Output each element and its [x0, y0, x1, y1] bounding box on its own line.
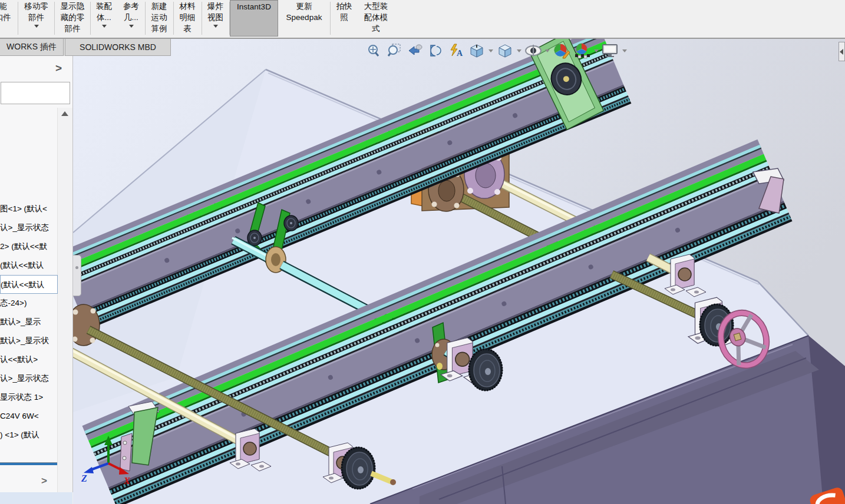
feature-tree: 图<1> (默认< 认>_显示状态 2> (默认<<默 (默认<<默认 (默认<…: [0, 200, 58, 445]
dynamic-annotation-views-icon[interactable]: A: [447, 41, 466, 60]
tab-solidworks-mbd[interactable]: SOLIDWORKS MBD: [65, 39, 171, 56]
button-label: 明细: [180, 12, 196, 23]
display-style-caret[interactable]: [517, 49, 521, 52]
tree-item[interactable]: (默认<<默认: [0, 256, 58, 275]
tree-item[interactable]: 认>_显示状态: [0, 218, 58, 237]
triad-z-label: Z: [81, 473, 87, 483]
zoom-to-area-icon[interactable]: [385, 41, 404, 60]
toolbar-button-update-speedpak[interactable]: 更新 Speedpak: [279, 0, 329, 37]
button-label: 新建: [151, 1, 167, 12]
button-label: 部件: [65, 23, 81, 34]
tree-item[interactable]: 态-24>): [0, 294, 58, 313]
commandmanager-tab-bar: WORKS 插件 SOLIDWORKS MBD: [0, 39, 171, 56]
zoom-to-fit-icon[interactable]: [364, 41, 383, 60]
toolbar-button-show-hidden-components[interactable]: 显示隐 藏的零 部件: [55, 0, 90, 37]
feature-manager-panel: > 图<1> (默认< 认>_显示状态 2> (默认<<默 (默认<<默认 (默…: [0, 56, 73, 492]
tab-label: SOLIDWORKS MBD: [80, 42, 156, 52]
tab-solidworks-addins[interactable]: WORKS 插件: [0, 39, 64, 56]
panel-bottom-strip: [0, 492, 72, 504]
tab-label: WORKS 插件: [6, 42, 57, 52]
collapse-arrow-icon: [840, 49, 843, 55]
apply-scene-icon[interactable]: [573, 41, 592, 60]
button-label: 材料: [180, 1, 196, 12]
button-label: 大型装: [364, 1, 388, 12]
button-label: 配体模: [364, 12, 388, 23]
toolbar-button-large-assembly-mode[interactable]: 大型装 配体模 式: [358, 0, 394, 37]
button-label: 几...: [124, 12, 138, 23]
toolbar-separator: [330, 2, 331, 35]
tree-item[interactable]: 显示状态 1>: [0, 388, 58, 407]
section-view-icon[interactable]: [426, 41, 445, 60]
view-settings-icon[interactable]: [601, 41, 620, 60]
tree-item[interactable]: 认<<默认>: [0, 350, 58, 369]
button-label: 能: [0, 1, 7, 12]
toolbar-button-new-motion-study[interactable]: 新建 运动 算例: [146, 0, 173, 37]
task-pane-collapse-button[interactable]: [839, 42, 845, 61]
button-label: 更新: [296, 1, 312, 12]
dropdown-caret[interactable]: [102, 25, 107, 28]
command-toolbar: 能 扣件 移动零 部件 显示隐 藏的零 部件 装配 体... 参考 几... 新…: [0, 0, 845, 39]
tree-filter-box[interactable]: [1, 82, 70, 104]
panel-splitter-handle[interactable]: [73, 255, 81, 296]
button-label: 部件: [28, 12, 44, 23]
hide-show-items-icon[interactable]: [524, 41, 543, 60]
tree-item[interactable]: 2> (默认<<默: [0, 237, 58, 256]
dropdown-caret[interactable]: [129, 25, 134, 28]
tree-scrollbar[interactable]: [57, 108, 72, 504]
dropdown-caret[interactable]: [213, 25, 218, 28]
tree-item[interactable]: 认>_显示状态: [0, 369, 58, 388]
svg-text:A: A: [457, 49, 463, 58]
tree-item[interactable]: C24V 6W<: [0, 407, 58, 426]
graphics-viewport[interactable]: X Z: [73, 39, 845, 504]
button-label: 扣件: [0, 12, 11, 23]
button-label: 算例: [151, 23, 167, 34]
toolbar-button-instant3d[interactable]: Instant3D: [230, 0, 278, 37]
tree-item[interactable]: 默认>_显示状: [0, 331, 58, 350]
handwheel-pulley: [699, 304, 734, 346]
idler-pulley-lower: [247, 230, 262, 246]
idler-pulley-upper: [284, 215, 298, 231]
dropdown-caret[interactable]: [34, 25, 39, 28]
tree-item[interactable]: 默认>_显示: [0, 313, 58, 331]
view-settings-caret[interactable]: [622, 49, 627, 52]
triad-x-label: X: [123, 476, 130, 486]
panel-bottom-chevron[interactable]: >: [41, 475, 47, 487]
scroll-up-arrow[interactable]: [61, 111, 68, 116]
toolbar-button-reference-geometry[interactable]: 参考 几...: [118, 0, 144, 37]
button-label: 爆炸: [207, 1, 223, 12]
button-label: Instant3D: [237, 1, 271, 12]
view-orientation-caret[interactable]: [488, 49, 493, 52]
button-label: 藏的零: [61, 12, 85, 23]
apply-scene-caret[interactable]: [594, 49, 599, 52]
button-label: 表: [183, 23, 192, 34]
toolbar-button-exploded-view[interactable]: 爆炸 视图: [202, 0, 229, 37]
toolbar-button-take-snapshot[interactable]: 拍快 照: [331, 0, 357, 37]
previous-view-icon[interactable]: [405, 41, 424, 60]
button-label: 移动零: [24, 1, 48, 12]
button-label: 参考: [123, 1, 139, 12]
tree-item[interactable]: ) <1> (默认: [0, 426, 58, 445]
splitter-dot: [75, 266, 78, 269]
button-label: 式: [372, 23, 380, 34]
toolbar-button-bill-of-materials[interactable]: 材料 明细 表: [174, 0, 201, 37]
tree-item-selected[interactable]: (默认<<默认: [0, 275, 58, 294]
solidworks-corner-logo: [805, 485, 845, 504]
button-label: 运动: [151, 12, 167, 23]
button-label: 显示隐: [61, 1, 85, 12]
toolbar-button-move-component[interactable]: 移动零 部件: [18, 0, 54, 37]
heads-up-toolbar: A: [364, 41, 628, 61]
tree-item[interactable]: 图<1> (默认<: [0, 200, 58, 218]
display-style-icon[interactable]: [496, 41, 514, 60]
toolbar-button-assembly-features[interactable]: 装配 体...: [91, 0, 117, 37]
button-label: Speedpak: [286, 12, 322, 23]
button-label: 视图: [207, 12, 223, 23]
button-label: 拍快: [336, 1, 352, 12]
edit-appearance-icon[interactable]: [552, 41, 571, 60]
button-label: 照: [340, 12, 348, 23]
hide-show-items-caret[interactable]: [545, 49, 550, 52]
rollback-bar[interactable]: [0, 462, 57, 465]
flyout-expand-chevron[interactable]: >: [55, 62, 62, 75]
button-label: 装配: [96, 1, 112, 12]
view-orientation-icon[interactable]: [467, 41, 486, 60]
button-label: 体...: [97, 12, 111, 23]
